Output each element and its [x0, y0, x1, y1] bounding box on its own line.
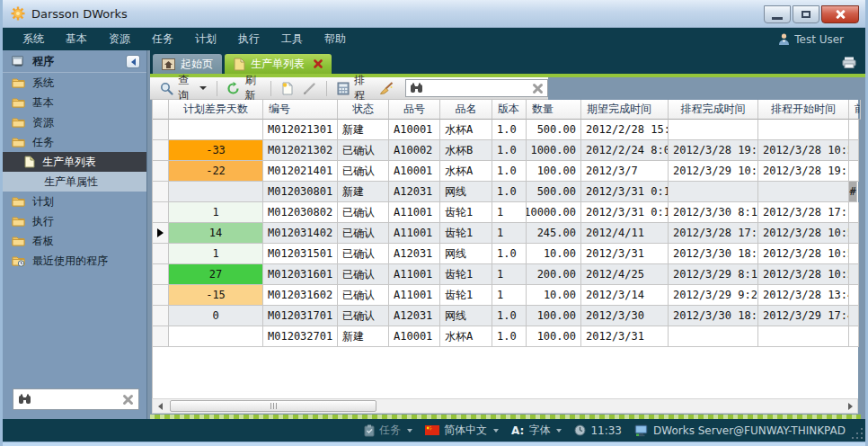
sidebar-item-1[interactable]: 基本: [3, 93, 146, 112]
column-header-7[interactable]: 期望完成时间: [581, 100, 669, 120]
server-status[interactable]: DWorks Server@FUNWAY-THINKPAD: [634, 424, 846, 437]
sidebar-item-0[interactable]: 系统: [3, 73, 146, 93]
programs-icon: [12, 56, 25, 67]
column-header-9[interactable]: 排程开始时间: [758, 100, 849, 120]
row-selector[interactable]: [153, 264, 169, 285]
close-button[interactable]: [821, 5, 859, 23]
cell-overflow: [849, 326, 859, 347]
title-bar: Darsson DWorks: [3, 0, 865, 28]
cell-expect-finish: 2012/4/25: [581, 264, 669, 285]
cell-overflow: [849, 161, 859, 182]
toolbar-button-label: 查询: [178, 73, 192, 103]
edit-icon: [303, 82, 316, 95]
close-x-icon[interactable]: [314, 59, 323, 68]
row-selector[interactable]: [153, 161, 169, 182]
column-header-4[interactable]: 品名: [440, 100, 492, 120]
row-selector[interactable]: [153, 120, 169, 140]
cell-overflow: [849, 120, 859, 140]
row-selector[interactable]: [153, 202, 169, 223]
minimize-button[interactable]: [764, 5, 791, 23]
table-row-M012031501[interactable]: 1M012031501已确认A12031网线1.010.002012/3/312…: [153, 244, 858, 264]
menu-item-4[interactable]: 计划: [184, 28, 227, 50]
cell-qty: 500.00: [527, 182, 581, 202]
table-row-M012021401[interactable]: -22M012021401已确认A10001水杯A1.0100.002012/3…: [153, 161, 858, 182]
chevron-down-icon[interactable]: [199, 86, 207, 90]
row-selector[interactable]: [153, 285, 169, 306]
row-selector[interactable]: [153, 223, 169, 244]
table-row-M012032701[interactable]: M012032701新建A10001水杯A1.0100.002012/3/31: [153, 326, 858, 347]
toolbar-search-input[interactable]: [427, 81, 528, 95]
column-header-partial[interactable]: 前: [849, 100, 861, 120]
sidebar-item-4[interactable]: 生产单列表: [3, 152, 146, 172]
clear-x-icon[interactable]: [122, 394, 134, 406]
cell-part-no: A12031: [389, 182, 440, 202]
horizontal-scrollbar[interactable]: [152, 398, 858, 414]
scroll-right-arrow[interactable]: [843, 399, 857, 413]
sidebar-search-input[interactable]: [36, 392, 118, 406]
table-row-M012031402[interactable]: 14M012031402已确认A11001齿轮11245.002012/4/11…: [153, 223, 858, 244]
menu-item-2[interactable]: 资源: [98, 28, 141, 50]
maximize-button[interactable]: [793, 5, 819, 23]
table-row-M012030801[interactable]: M012030801新建A12031网线1.0500.002012/3/31 0…: [153, 182, 858, 202]
menu-item-3[interactable]: 任务: [141, 28, 184, 50]
printer-icon[interactable]: [842, 57, 856, 68]
sidebar-header: 程序: [3, 50, 146, 73]
status-time: 11:33: [590, 424, 622, 437]
table-row-M012031601[interactable]: 27M012031601已确认A11001齿轮11200.002012/4/25…: [153, 264, 858, 285]
row-selector[interactable]: [153, 326, 169, 347]
row-selector[interactable]: [153, 140, 169, 161]
toolbar-button-broom-icon[interactable]: [376, 80, 396, 97]
user-menu[interactable]: Test User: [778, 33, 856, 46]
table-row-M012021302[interactable]: -33M012021302已确认A10002水杯B1.01000.002012/…: [153, 140, 858, 161]
table-row-M012031602[interactable]: -15M012031602已确认A11001齿轮1110.002012/3/14…: [153, 285, 858, 306]
font-dropdown[interactable]: A: 字体: [511, 423, 562, 438]
clear-x-icon[interactable]: [532, 83, 544, 94]
sidebar-item-8[interactable]: 看板: [3, 231, 146, 251]
column-header-5[interactable]: 版本: [492, 100, 527, 120]
row-selector[interactable]: [153, 244, 169, 264]
task-dropdown[interactable]: 任务: [364, 423, 412, 438]
menu-item-7[interactable]: 帮助: [314, 28, 357, 50]
clock-status[interactable]: 11:33: [574, 424, 622, 437]
cell-qty: 10.00: [527, 244, 581, 264]
column-header-1[interactable]: 编号: [263, 100, 338, 120]
cell-part-name: 齿轮1: [440, 223, 492, 244]
toolbar-search-box: [405, 79, 548, 97]
column-header-3[interactable]: 品号: [389, 100, 440, 120]
binoculars-icon: [18, 394, 31, 405]
sidebar-item-3[interactable]: 任务: [3, 132, 146, 152]
sidebar-item-9[interactable]: 最近使用的程序: [3, 251, 146, 271]
menu-item-0[interactable]: 系统: [12, 28, 55, 50]
table-row-M012031701[interactable]: 0M012031701已确认A12031网线1.0100.002012/3/30…: [153, 306, 858, 326]
table-row-M012030802[interactable]: 1M012030802已确认A11001齿轮1110000.002012/3/3…: [153, 202, 858, 223]
column-header-2[interactable]: 状态: [338, 100, 389, 120]
menu-item-1[interactable]: 基本: [55, 28, 98, 50]
table-row-M012021301[interactable]: M012021301新建A10001水杯A1.0500.002012/2/28 …: [153, 120, 858, 140]
sidebar-item-2[interactable]: 资源: [3, 112, 146, 132]
cell-expect-finish: 2012/3/31 0:10: [581, 182, 669, 202]
sidebar-item-7[interactable]: 执行: [3, 211, 146, 231]
language-dropdown[interactable]: 简体中文: [425, 423, 499, 438]
cell-sched-start: [758, 120, 849, 140]
sidebar-item-6[interactable]: 计划: [3, 192, 146, 211]
sidebar-item-5[interactable]: 生产单属性: [3, 172, 146, 192]
row-selector[interactable]: [153, 306, 169, 326]
scrollbar-thumb[interactable]: [170, 400, 376, 412]
cell-expect-finish: 2012/4/11: [581, 223, 669, 244]
menu-item-5[interactable]: 执行: [227, 28, 270, 50]
cell-diff-days: 14: [169, 223, 263, 244]
column-header-6[interactable]: 数量: [527, 100, 581, 120]
column-header-0[interactable]: 计划差异天数: [169, 100, 263, 120]
menu-item-6[interactable]: 工具: [270, 28, 314, 50]
column-header-8[interactable]: 排程完成时间: [669, 100, 758, 120]
sidebar-collapse-button[interactable]: [126, 55, 140, 68]
sidebar-item-label: 生产单列表: [42, 155, 96, 170]
toolbar-button-edit-icon[interactable]: [300, 80, 319, 97]
scroll-left-arrow[interactable]: [153, 399, 167, 413]
resize-grip[interactable]: [851, 427, 863, 439]
toolbar-button-new-doc-icon[interactable]: [279, 79, 297, 97]
cell-part-name: 齿轮1: [440, 264, 492, 285]
cell-part-no: A11001: [389, 285, 440, 306]
row-selector[interactable]: [153, 182, 169, 202]
clock-icon: [574, 424, 586, 436]
